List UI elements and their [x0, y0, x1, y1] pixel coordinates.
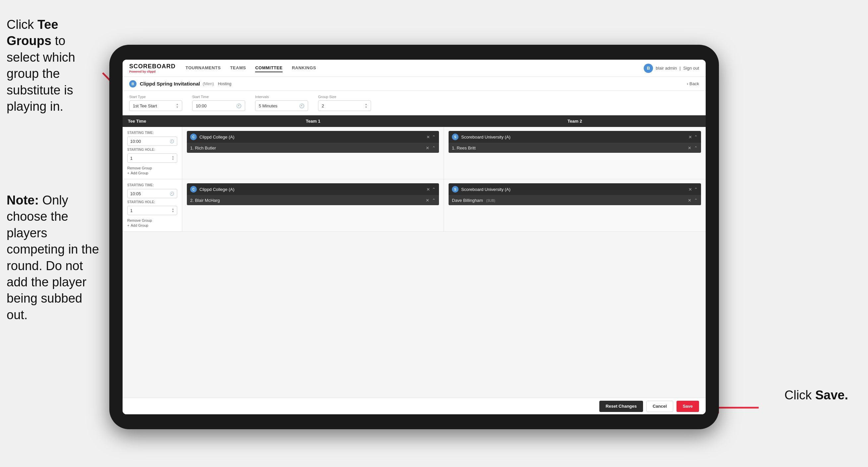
team2-header: Team 2	[444, 115, 706, 127]
group-1-team2-panel: S Scoreboard University (A) ✕ ⌃ 1. Rees …	[444, 127, 706, 179]
player-3-1-remove[interactable]: ✕	[426, 198, 429, 203]
nav-user: B blair admin | Sign out	[644, 64, 699, 73]
settings-row: Start Type 1st Tee Start ▲ ▼ Start Time …	[123, 91, 706, 115]
starting-hole-input-1[interactable]: 1 ▲ ▼	[127, 153, 177, 163]
starting-time-label-1: STARTING TIME:	[127, 131, 177, 135]
footer: Reset Changes Cancel Save	[123, 398, 706, 414]
table-row: STARTING TIME: 10:05 🕙 STARTING HOLE: 1 …	[123, 179, 706, 232]
clock-icon: 🕙	[236, 104, 242, 108]
group-size-stepper[interactable]: ▲ ▼	[365, 103, 367, 109]
instruction-text-1: Click	[7, 18, 37, 31]
nav-committee[interactable]: COMMITTEE	[255, 64, 283, 72]
hosting-tag: Hosting	[218, 82, 231, 86]
player-1-1-expand[interactable]: ⌃	[432, 146, 436, 150]
player-2-1-name: 1. Rees Britt	[452, 146, 685, 150]
intervals-input[interactable]: 5 Minutes 🕙	[255, 100, 308, 111]
intervals-group: Intervals 5 Minutes 🕙	[255, 95, 308, 111]
starting-hole-label-2: STARTING HOLE:	[127, 200, 177, 204]
start-time-input[interactable]: 10:00 🕙	[192, 100, 245, 111]
start-type-input[interactable]: 1st Tee Start ▲ ▼	[129, 100, 182, 111]
team-2-expand[interactable]: ⌃	[694, 135, 698, 140]
group-size-down[interactable]: ▼	[365, 106, 367, 109]
tournament-icon: B	[129, 80, 136, 88]
starting-time-input-1[interactable]: 10:00 🕙	[127, 137, 177, 146]
team-1-expand[interactable]: ⌃	[432, 135, 436, 140]
starting-time-label-2: STARTING TIME:	[127, 183, 177, 187]
starting-time-input-2[interactable]: 10:05 🕙	[127, 189, 177, 198]
team-4-name: Scoreboard University (A)	[461, 187, 686, 192]
logo-area: SCOREBOARD Powered by clippd	[129, 63, 176, 73]
group-1-actions: Remove Group + Add Group	[127, 166, 177, 175]
team-4-card: S Scoreboard University (A) ✕ ⌃ Dave Bil…	[448, 183, 701, 205]
remove-group-1-button[interactable]: Remove Group	[127, 166, 177, 170]
player-3-1-expand[interactable]: ⌃	[432, 198, 436, 203]
start-type-group: Start Type 1st Tee Start ▲ ▼	[129, 95, 182, 111]
team-3-remove[interactable]: ✕	[426, 187, 430, 192]
group-size-input[interactable]: 2 ▲ ▼	[318, 100, 371, 111]
sign-out-link[interactable]: Sign out	[683, 66, 699, 70]
team-3-icon: C	[190, 186, 197, 193]
team-1-icon: C	[190, 134, 197, 140]
stepper-down[interactable]: ▼	[176, 106, 179, 109]
team-2-icon: S	[452, 134, 459, 140]
team-1-name: Clippd College (A)	[199, 135, 424, 140]
team-3-name: Clippd College (A)	[199, 187, 424, 192]
team-3-expand[interactable]: ⌃	[432, 187, 436, 192]
nav-tournaments[interactable]: TOURNAMENTS	[186, 64, 221, 72]
player-2-1-expand[interactable]: ⌃	[694, 146, 698, 150]
group-size-up[interactable]: ▲	[365, 103, 367, 106]
team-2-remove[interactable]: ✕	[688, 135, 692, 140]
team-1-card: C Clippd College (A) ✕ ⌃ 1. Rich Butler …	[187, 131, 439, 153]
team-2-header: S Scoreboard University (A) ✕ ⌃	[448, 131, 701, 143]
start-type-stepper[interactable]: ▲ ▼	[176, 103, 179, 109]
back-button[interactable]: Back	[687, 81, 699, 86]
team-2-card: S Scoreboard University (A) ✕ ⌃ 1. Rees …	[448, 131, 701, 153]
start-type-label: Start Type	[129, 95, 182, 99]
plus-icon: +	[127, 171, 129, 175]
main-instruction: Click Tee Groups to select which group t…	[0, 10, 106, 121]
sub-badge: (SUB)	[486, 199, 495, 203]
nav-teams[interactable]: TEAMS	[230, 64, 246, 72]
player-4-1-expand[interactable]: ⌃	[694, 198, 698, 203]
tee-time-header: Tee Time	[123, 115, 182, 127]
navbar: SCOREBOARD Powered by clippd TOURNAMENTS…	[123, 60, 706, 77]
stepper-up[interactable]: ▲	[176, 103, 179, 106]
starting-hole-input-2[interactable]: 1 ▲ ▼	[127, 206, 177, 215]
intervals-clock-icon: 🕙	[299, 104, 305, 108]
team1-header: Team 1	[182, 115, 444, 127]
group-2-team1-panel: C Clippd College (A) ✕ ⌃ 2. Blair McHarg…	[182, 179, 444, 231]
team-4-remove[interactable]: ✕	[688, 187, 692, 192]
nav-rankings[interactable]: RANKINGS	[292, 64, 316, 72]
reset-changes-button[interactable]: Reset Changes	[599, 401, 643, 412]
group-1-team1-panel: C Clippd College (A) ✕ ⌃ 1. Rich Butler …	[182, 127, 444, 179]
cancel-button[interactable]: Cancel	[646, 401, 673, 412]
group-2-config: STARTING TIME: 10:05 🕙 STARTING HOLE: 1 …	[123, 179, 182, 231]
sub-header: B Clippd Spring Invitational (Men) Hosti…	[123, 77, 706, 91]
team-1-remove[interactable]: ✕	[426, 135, 430, 140]
intervals-label: Intervals	[255, 95, 308, 99]
user-name: blair admin	[656, 66, 677, 70]
tournament-name: Clippd Spring Invitational	[140, 81, 200, 87]
group-1-config: STARTING TIME: 10:00 🕙 STARTING HOLE: 1 …	[123, 127, 182, 179]
player-2-1-remove[interactable]: ✕	[688, 146, 691, 150]
hole-stepper-1[interactable]: ▲ ▼	[172, 155, 174, 161]
team-4-expand[interactable]: ⌃	[694, 187, 698, 192]
team-2-name: Scoreboard University (A)	[461, 135, 686, 140]
list-item: Dave Billingham (SUB) ✕ ⌃	[448, 195, 701, 205]
separator: |	[680, 66, 681, 70]
hole-stepper-2[interactable]: ▲ ▼	[172, 208, 174, 213]
player-1-1-remove[interactable]: ✕	[426, 146, 429, 150]
table-header: Tee Time Team 1 Team 2	[123, 115, 706, 127]
team-2-controls: ✕ ⌃	[688, 135, 698, 140]
list-item: 1. Rich Butler ✕ ⌃	[187, 143, 439, 153]
add-group-2-button[interactable]: + Add Group	[127, 224, 177, 227]
group-size-group: Group Size 2 ▲ ▼	[318, 95, 371, 111]
save-button[interactable]: Save	[677, 401, 699, 412]
remove-group-2-button[interactable]: Remove Group	[127, 218, 177, 223]
player-4-1-remove[interactable]: ✕	[688, 198, 691, 203]
starting-hole-label-1: STARTING HOLE:	[127, 148, 177, 151]
tournament-gender: (Men)	[203, 81, 214, 86]
note-text: Only choose the players competing in the…	[7, 193, 99, 322]
add-group-1-button[interactable]: + Add Group	[127, 171, 177, 175]
group-2-team2-panel: S Scoreboard University (A) ✕ ⌃ Dave Bil…	[444, 179, 706, 231]
